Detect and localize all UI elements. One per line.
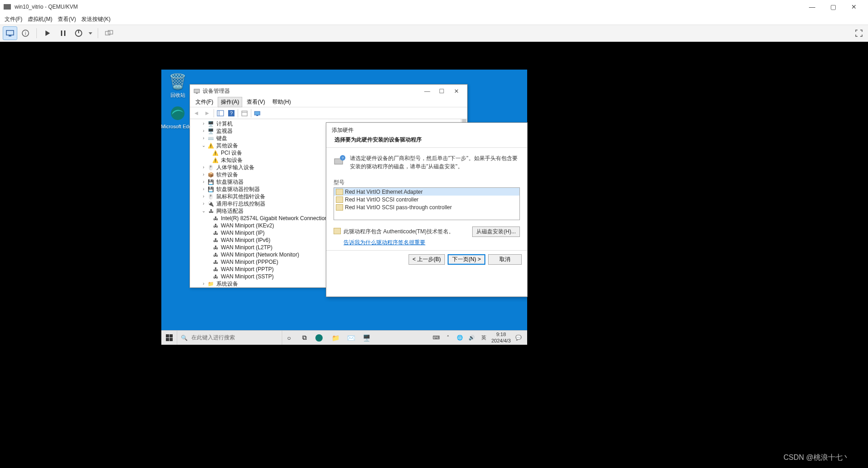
volume-tray-icon[interactable]: 🔊 bbox=[468, 335, 476, 341]
edge-taskbar-icon[interactable] bbox=[315, 334, 325, 342]
device-manager-titlebar[interactable]: 设备管理器 ― ☐ ✕ bbox=[190, 85, 467, 97]
properties-button[interactable] bbox=[240, 109, 249, 118]
file-explorer-icon[interactable]: 📁 bbox=[330, 334, 340, 342]
toolbar-divider bbox=[98, 28, 98, 38]
device-manager-icon bbox=[194, 88, 200, 94]
forward-button[interactable]: ► bbox=[203, 109, 212, 118]
nic-icon: 🖧 bbox=[212, 222, 219, 229]
qemu-app-icon bbox=[4, 4, 11, 10]
power-icon bbox=[75, 29, 83, 37]
cortana-button[interactable]: ○ bbox=[284, 334, 294, 342]
svg-rect-19 bbox=[242, 111, 247, 116]
pause-icon bbox=[61, 30, 65, 36]
hid-icon: 🖱️ bbox=[207, 164, 215, 171]
model-row-virtio-scsi-passthrough[interactable]: Red Hat VirtIO SCSI pass-through control… bbox=[334, 203, 519, 211]
add-hardware-wizard: 添加硬件 选择要为此硬件安装的设备驱动程序 ? 请选定硬件设备的厂商和型号，然后… bbox=[326, 122, 528, 297]
taskbar-clock[interactable]: 9:18 2024/4/3 bbox=[491, 332, 511, 343]
windows-logo-icon bbox=[166, 334, 173, 341]
computer-icon: 🖥️ bbox=[207, 121, 215, 127]
play-icon bbox=[45, 30, 50, 36]
toolbar-divider bbox=[36, 28, 37, 38]
snapshot-icon bbox=[105, 30, 113, 36]
wizard-subtitle: 选择要为此硬件安装的设备驱动程序 bbox=[326, 136, 527, 148]
scan-hardware-button[interactable] bbox=[253, 109, 262, 118]
menu-sendkey[interactable]: 发送按键(K) bbox=[81, 15, 110, 23]
svg-text:?: ? bbox=[342, 156, 344, 160]
from-disk-button[interactable]: 从磁盘安装(H)... bbox=[472, 226, 520, 237]
window-title: 设备管理器 bbox=[203, 87, 230, 95]
monitor-icon bbox=[6, 30, 14, 36]
close-button[interactable]: ✕ bbox=[449, 88, 464, 95]
console-button[interactable] bbox=[3, 26, 17, 40]
nic-icon: 🖧 bbox=[212, 259, 219, 265]
menu-view[interactable]: 查看(V) bbox=[58, 15, 76, 23]
authenticode-label: 此驱动程序包含 Authenticode(TM)技术签名。 bbox=[334, 228, 454, 236]
network-tray-icon[interactable]: 🌐 bbox=[456, 335, 464, 341]
recycle-bin-icon: 🗑️ bbox=[169, 72, 187, 91]
nic-icon: 🖧 bbox=[212, 244, 219, 251]
qemu-menubar: 文件(F) 虚拟机(M) 查看(V) 发送按键(K) bbox=[0, 14, 868, 25]
hardware-info-icon: ? bbox=[334, 154, 345, 166]
shutdown-menu-dropdown[interactable] bbox=[87, 26, 94, 40]
start-button[interactable] bbox=[161, 331, 177, 345]
run-button[interactable] bbox=[40, 26, 55, 40]
nic-icon: 🖧 bbox=[212, 273, 219, 280]
clock-time: 9:18 bbox=[491, 332, 511, 337]
menu-file[interactable]: 文件(F) bbox=[193, 97, 216, 107]
search-icon: 🔍 bbox=[181, 335, 188, 341]
model-row-virtio-ethernet[interactable]: Red Hat VirtIO Ethernet Adapter bbox=[334, 188, 519, 196]
menu-view[interactable]: 查看(V) bbox=[244, 97, 268, 107]
show-hide-console-tree-button[interactable] bbox=[216, 109, 225, 118]
ime-indicator-icon[interactable]: ⌨ bbox=[432, 335, 440, 341]
wizard-button-row: < 上一步(B) 下一页(N) > 取消 bbox=[326, 250, 527, 268]
next-button[interactable]: 下一页(N) > bbox=[448, 254, 485, 265]
other-devices-icon: ⚠️ bbox=[207, 142, 215, 149]
warning-device-icon: ⚠️ bbox=[212, 150, 219, 156]
edge-icon bbox=[169, 104, 187, 122]
back-button[interactable]: ◄ bbox=[192, 109, 201, 118]
nic-icon: 🖧 bbox=[212, 252, 219, 258]
taskbar: 🔍 在此键入进行搜索 ○ ⧉ 📁 ✉️ 🖥️ ⌨ ˄ 🌐 🔊 英 9:18 20… bbox=[161, 330, 527, 345]
model-row-virtio-scsi[interactable]: Red Hat VirtIO SCSI controller bbox=[334, 196, 519, 203]
svg-rect-14 bbox=[196, 93, 198, 94]
info-button[interactable]: i bbox=[18, 26, 33, 40]
svg-rect-1 bbox=[9, 35, 11, 36]
help-button[interactable]: ? bbox=[227, 109, 236, 118]
taskbar-search[interactable]: 🔍 在此键入进行搜索 bbox=[177, 331, 282, 345]
mail-icon[interactable]: ✉️ bbox=[346, 334, 356, 342]
minimize-button[interactable]: ― bbox=[802, 0, 823, 13]
nic-icon: 🖧 bbox=[212, 237, 219, 243]
device-manager-menubar: 文件(F) 操作(A) 查看(V) 帮助(H) bbox=[190, 97, 467, 107]
nic-icon: 🖧 bbox=[212, 266, 219, 272]
why-sign-link[interactable]: 告诉我为什么驱动程序签名很重要 bbox=[334, 239, 520, 247]
task-view-button[interactable]: ⧉ bbox=[299, 334, 309, 342]
svg-point-26 bbox=[315, 334, 323, 342]
controller-icon: 💾 bbox=[207, 186, 215, 192]
menu-action[interactable]: 操作(A) bbox=[218, 97, 242, 107]
shutdown-button[interactable] bbox=[71, 26, 86, 40]
guest-desktop[interactable]: 🗑️ 回收站 Microsoft Edge 设备管理器 ― ☐ ✕ 文件(F) … bbox=[161, 70, 527, 345]
back-button[interactable]: < 上一步(B) bbox=[409, 254, 445, 265]
ime-lang-indicator[interactable]: 英 bbox=[479, 334, 488, 341]
fullscreen-button[interactable] bbox=[855, 30, 863, 37]
info-icon: i bbox=[21, 29, 30, 37]
menu-help[interactable]: 帮助(H) bbox=[269, 97, 294, 107]
snapshot-button[interactable] bbox=[102, 26, 116, 40]
cancel-button[interactable]: 取消 bbox=[488, 254, 522, 265]
svg-rect-21 bbox=[254, 111, 260, 115]
model-list[interactable]: Red Hat VirtIO Ethernet Adapter Red Hat … bbox=[334, 187, 520, 220]
close-button[interactable]: ✕ bbox=[843, 0, 864, 13]
maximize-button[interactable]: ☐ bbox=[434, 88, 449, 95]
mouse-icon: 🖱️ bbox=[207, 193, 215, 200]
qemu-titlebar: win10_vitrio - QEMU/KVM ― ▢ ✕ bbox=[0, 0, 868, 14]
maximize-button[interactable]: ▢ bbox=[823, 0, 843, 13]
svg-rect-15 bbox=[217, 111, 224, 116]
minimize-button[interactable]: ― bbox=[420, 88, 434, 95]
menu-file[interactable]: 文件(F) bbox=[5, 15, 22, 23]
action-center-button[interactable]: 💬 bbox=[514, 335, 523, 341]
device-manager-taskbar-icon[interactable]: 🖥️ bbox=[361, 334, 371, 342]
menu-vm[interactable]: 虚拟机(M) bbox=[28, 15, 52, 23]
keyboard-icon: ⌨️ bbox=[207, 135, 215, 141]
tray-overflow-button[interactable]: ˄ bbox=[444, 335, 452, 341]
pause-button[interactable] bbox=[56, 26, 70, 40]
